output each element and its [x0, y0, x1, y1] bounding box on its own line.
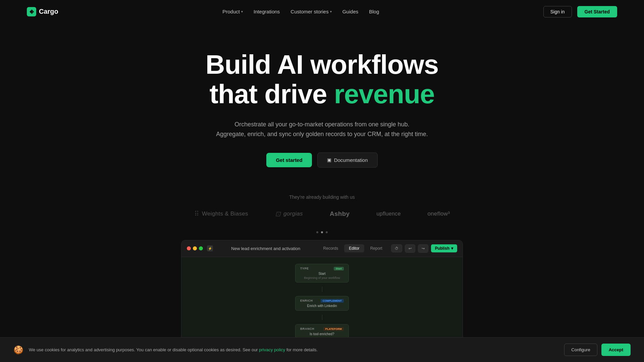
hero-subtitle: Orchestrate all your go-to-market operat…	[7, 120, 637, 139]
workflow-node-enrich[interactable]: Enrich COMPLEMENT Enrich with Linkedin	[295, 296, 349, 311]
chevron-down-icon: ▾	[330, 10, 332, 13]
redo-icon: ↪	[422, 246, 425, 251]
app-favicon: ⚡	[207, 245, 213, 251]
close-button[interactable]	[187, 246, 191, 250]
carousel-dots	[7, 231, 637, 233]
workflow-node-start[interactable]: Type Start Start Beginning of your workf…	[295, 264, 349, 283]
nav-blog[interactable]: Blog	[369, 9, 379, 14]
app-window-title: New lead enrichment and activation	[217, 246, 315, 251]
hero-buttons: Get started ▣ Documentation	[7, 153, 637, 168]
minimize-button[interactable]	[193, 246, 197, 250]
weights-biases-icon: ⠿	[194, 210, 199, 218]
hero-highlight: revenue	[334, 79, 435, 109]
history-icon: ⏱	[395, 246, 398, 250]
nav-integrations[interactable]: Integrations	[254, 9, 280, 14]
dot-2[interactable]	[321, 231, 323, 233]
signin-button[interactable]: Sign in	[543, 6, 572, 17]
logo-oneflow: oneflow³	[428, 210, 450, 217]
app-toolbar-right: ⏱ ↩ ↪ Publish ▾	[391, 244, 457, 253]
node-type-label: Enrich	[300, 299, 313, 302]
nav-guides[interactable]: Guides	[342, 9, 359, 14]
nav-product[interactable]: Product ▾	[222, 9, 243, 14]
privacy-policy-link[interactable]: privacy policy	[259, 347, 285, 352]
node-label: Is tool enriched?	[300, 332, 344, 336]
cookie-banner: 🍪 We use cookies for analytics and adver…	[0, 337, 644, 362]
tab-records[interactable]: Records	[319, 244, 343, 252]
cookie-text: We use cookies for analytics and adverti…	[29, 347, 559, 353]
undo-icon: ↩	[409, 246, 412, 251]
traffic-lights	[187, 246, 203, 250]
logo-gorgias: ⊡ gorgias	[275, 210, 303, 218]
maximize-button[interactable]	[199, 246, 203, 250]
cookie-actions: Configure Accept	[564, 344, 631, 356]
publish-button[interactable]: Publish ▾	[431, 244, 457, 252]
redo-button[interactable]: ↪	[418, 244, 428, 253]
node-badge: COMPLEMENT	[321, 299, 344, 303]
tab-editor[interactable]: Editor	[344, 244, 364, 252]
dot-1[interactable]	[316, 231, 318, 233]
chevron-down-icon: ▾	[241, 10, 243, 13]
node-type-label: Branch	[300, 327, 314, 330]
logo-weights-biases: ⠿ Weights & Biases	[194, 210, 248, 218]
cookie-icon: 🍪	[13, 345, 23, 355]
logo-text: Cargo	[39, 8, 58, 15]
logos-row: ⠿ Weights & Biases ⊡ gorgias Ashby upflu…	[7, 210, 637, 218]
app-tabs: Records Editor Report	[319, 244, 387, 252]
workflow-node-branch[interactable]: Branch PLATEFORM Is tool enriched?	[295, 324, 349, 339]
node-desc: Beginning of your workflow	[300, 276, 344, 280]
logos-label: They're already building with us	[7, 194, 637, 200]
documentation-button[interactable]: ▣ Documentation	[317, 153, 378, 168]
hero-heading: Build AI workflows that drive revenue	[7, 50, 637, 109]
node-label: Start	[300, 272, 344, 276]
node-label: Enrich with Linkedin	[300, 304, 344, 308]
document-icon: ▣	[327, 157, 331, 163]
chevron-down-icon: ▾	[451, 246, 453, 251]
connector-2	[322, 315, 322, 320]
logo[interactable]: Cargo	[27, 7, 58, 16]
hero-section: Build AI workflows that drive revenue Or…	[0, 23, 644, 362]
history-button[interactable]: ⏱	[391, 244, 402, 252]
get-started-nav-button[interactable]: Get Started	[577, 6, 617, 17]
nav-links: Product ▾ Integrations Customer stories …	[222, 9, 379, 14]
logo-upfluence: upfluence	[377, 211, 401, 217]
get-started-button[interactable]: Get started	[266, 153, 312, 167]
undo-button[interactable]: ↩	[405, 244, 415, 253]
nav-actions: Sign in Get Started	[543, 6, 617, 17]
dot-3[interactable]	[326, 231, 328, 233]
tab-report[interactable]: Report	[366, 244, 387, 252]
connector-1	[322, 287, 322, 292]
navbar: Cargo Product ▾ Integrations Customer st…	[0, 0, 644, 23]
gorgias-icon: ⊡	[275, 210, 281, 218]
node-type-label: Type	[300, 267, 309, 270]
accept-button[interactable]: Accept	[601, 344, 631, 356]
node-badge: PLATEFORM	[323, 327, 344, 331]
logos-section: They're already building with us ⠿ Weigh…	[7, 194, 637, 218]
configure-button[interactable]: Configure	[564, 344, 597, 356]
nav-customer-stories[interactable]: Customer stories ▾	[290, 9, 331, 14]
app-titlebar: ⚡ New lead enrichment and activation Rec…	[181, 240, 463, 257]
node-badge: Start	[334, 267, 344, 270]
logo-ashby: Ashby	[330, 210, 350, 218]
